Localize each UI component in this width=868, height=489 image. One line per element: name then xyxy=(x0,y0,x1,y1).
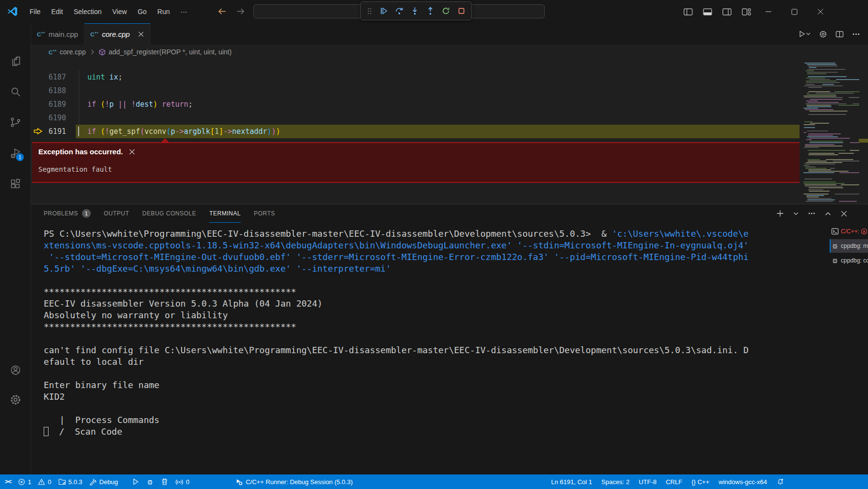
minimize-icon[interactable] xyxy=(765,8,772,15)
menu-bar: FileEditSelectionViewGoRun··· xyxy=(24,0,193,23)
terminal-icon xyxy=(831,228,839,235)
restart-icon[interactable] xyxy=(442,7,450,15)
status-tools-icon[interactable]: Debug xyxy=(89,478,118,486)
editor[interactable]: 6187 uint ix;61886189 if (!p || !dest) r… xyxy=(31,59,868,204)
editor-actions xyxy=(798,23,863,45)
maximize-panel-icon[interactable] xyxy=(825,211,831,217)
status-debug-session-icon[interactable]: C/C++ Runner: Debug Session (5.0.3) xyxy=(235,478,352,486)
status-windows-gcc-x64[interactable]: windows-gcc-x64 xyxy=(718,478,767,486)
panel-tab-ports[interactable]: PORTS xyxy=(254,204,275,223)
status-trash-icon[interactable] xyxy=(161,478,168,486)
tab-close-icon[interactable] xyxy=(138,31,144,37)
terminal-line xyxy=(44,275,827,286)
status-bell-icon[interactable] xyxy=(776,478,785,486)
overview-current-line-mark xyxy=(859,139,868,143)
extensions-icon[interactable] xyxy=(10,178,21,190)
account-icon[interactable] xyxy=(10,364,21,376)
navigate-back-icon[interactable] xyxy=(217,7,227,16)
continue-icon[interactable] xyxy=(380,7,388,15)
exception-title: Exception has occurred. xyxy=(38,147,123,156)
menu-item-file[interactable]: File xyxy=(24,6,46,17)
line-number: 6190 xyxy=(31,111,66,125)
problems-badge: 1 xyxy=(82,209,91,218)
panel-more-icon[interactable] xyxy=(808,210,816,217)
minimap[interactable] xyxy=(802,59,859,204)
panel-tab-debug-console[interactable]: DEBUG CONSOLE xyxy=(142,204,196,223)
toggle-panel-icon[interactable] xyxy=(703,8,712,16)
more-actions-icon[interactable] xyxy=(852,30,860,38)
run-debug-icon[interactable]: 1 xyxy=(10,147,21,159)
status-utf-8[interactable]: UTF-8 xyxy=(639,478,657,486)
step-into-icon[interactable] xyxy=(411,7,419,15)
step-out-icon[interactable] xyxy=(426,7,434,15)
terminal-list-item[interactable]: cppdbg: cor... xyxy=(830,254,868,267)
line-number: 6187 xyxy=(31,70,66,84)
tab-label: core.cpp xyxy=(102,30,130,38)
menu-item-view[interactable]: View xyxy=(107,6,132,17)
status--c-[interactable]: {} C++ xyxy=(691,478,709,486)
terminal-list-item[interactable]: C/C++: ... xyxy=(830,225,868,238)
terminal-list-label: cppdbg: cor... xyxy=(841,257,868,264)
navigate-forward-icon[interactable] xyxy=(236,7,245,16)
terminal-line: EEC-IV disassembler Version 5.0.3 Alpha … xyxy=(44,298,827,310)
toggle-sidebar-icon[interactable] xyxy=(684,8,693,16)
menu-item-edit[interactable]: Edit xyxy=(46,6,68,17)
menu-item-selection[interactable]: Selection xyxy=(68,6,107,17)
cpp-file-icon: C++ xyxy=(37,30,45,38)
menu-item-go[interactable]: Go xyxy=(132,6,152,17)
run-or-debug-button[interactable] xyxy=(798,30,811,38)
files-icon[interactable] xyxy=(10,55,21,67)
debug-badge: 1 xyxy=(16,153,24,161)
svg-text:++: ++ xyxy=(41,31,45,34)
error-badge-icon xyxy=(861,228,868,235)
menu-item-run[interactable]: Run xyxy=(152,6,175,17)
breadcrumb-symbol[interactable]: add_spf_register(RPOP *, uint, uint, uin… xyxy=(109,48,232,56)
terminal-line: '--stdout=Microsoft-MIEngine-Out-dvufuob… xyxy=(44,251,827,263)
debug-bug-icon xyxy=(831,242,839,250)
settings-gear-icon[interactable] xyxy=(10,394,21,406)
source-control-icon[interactable] xyxy=(10,116,21,128)
status-error-circle-icon[interactable]: 1 xyxy=(18,478,31,486)
toggle-secondary-sidebar-icon[interactable] xyxy=(722,8,732,16)
status-bar: ><105.0.3Debug0C/C++ Runner: Debug Sessi… xyxy=(0,474,868,489)
menu-item-more[interactable]: ··· xyxy=(175,6,193,17)
close-panel-icon[interactable] xyxy=(840,210,848,217)
status-warning-icon[interactable]: 0 xyxy=(38,478,51,486)
title-bar: FileEditSelectionViewGoRun··· xyxy=(0,0,868,24)
tab-label: main.cpp xyxy=(49,30,78,38)
tab-main.cpp[interactable]: C++main.cpp xyxy=(31,23,84,45)
line-number: 6188 xyxy=(31,84,66,98)
customize-layout-icon[interactable] xyxy=(742,8,751,16)
terminal-dropdown-icon[interactable] xyxy=(793,211,799,216)
maximize-icon[interactable] xyxy=(791,9,798,15)
split-editor-icon[interactable] xyxy=(835,30,844,38)
status-spaces-2[interactable]: Spaces: 2 xyxy=(601,478,630,486)
terminal-list-item[interactable]: cppdbg: ma... xyxy=(830,239,868,253)
status-ln-6191-col-1[interactable]: Ln 6191, Col 1 xyxy=(551,478,592,486)
panel-tab-problems[interactable]: PROBLEMS1 xyxy=(44,204,91,223)
tab-core.cpp[interactable]: C++core.cpp xyxy=(84,23,151,45)
panel-tab-output[interactable]: OUTPUT xyxy=(104,204,129,223)
status-play-icon[interactable] xyxy=(132,478,139,486)
exception-close-icon[interactable] xyxy=(129,148,135,155)
debug-config-gear-icon[interactable] xyxy=(819,30,827,38)
search-icon[interactable] xyxy=(10,86,21,98)
terminal-line: Enter binary file name xyxy=(44,379,827,391)
status-broadcast-icon[interactable]: 0 xyxy=(175,478,189,486)
terminal-line xyxy=(44,403,827,414)
close-icon[interactable] xyxy=(817,8,824,15)
svg-text:++: ++ xyxy=(94,31,98,34)
terminal-line: ****************************************… xyxy=(44,321,827,333)
status-crlf[interactable]: CRLF xyxy=(666,478,682,486)
panel-tab-terminal[interactable]: TERMINAL xyxy=(209,204,241,223)
step-over-icon[interactable] xyxy=(395,7,403,15)
new-terminal-icon[interactable] xyxy=(776,210,784,217)
chevron-right-icon xyxy=(89,49,96,55)
terminal-output[interactable]: PS C:\Users\wwhite\Programming\EEC-IV-di… xyxy=(31,223,827,475)
stop-icon[interactable] xyxy=(457,7,466,15)
status-bug-icon[interactable] xyxy=(146,478,154,486)
exception-widget: Exception has occurred. Segmentation fau… xyxy=(32,142,800,183)
terminal-line: | Process Commands xyxy=(44,414,827,426)
breadcrumb-file[interactable]: core.cpp xyxy=(60,48,86,56)
status-folder-check-icon[interactable]: 5.0.3 xyxy=(58,478,83,486)
